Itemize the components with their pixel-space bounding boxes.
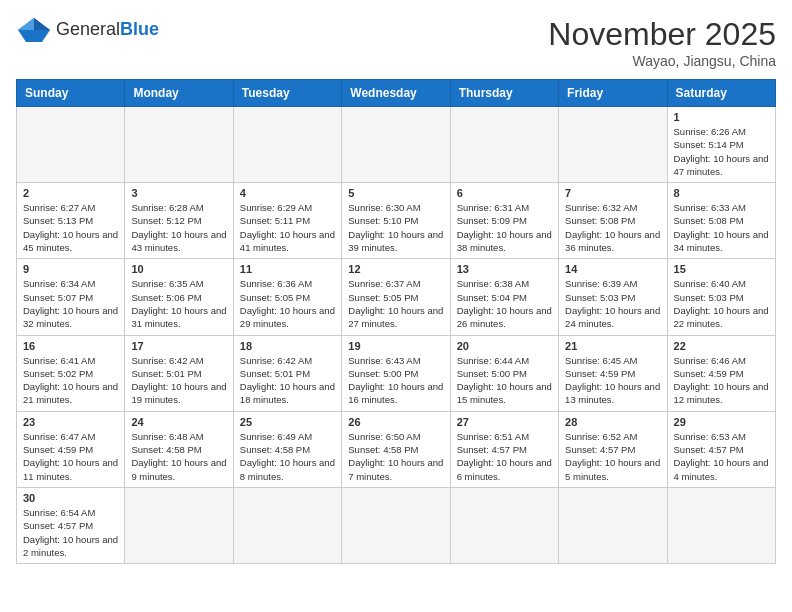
header-friday: Friday — [559, 80, 667, 107]
day-10: 10 Sunrise: 6:35 AMSunset: 5:06 PMDaylig… — [125, 259, 233, 335]
header-thursday: Thursday — [450, 80, 558, 107]
location: Wayao, Jiangsu, China — [548, 53, 776, 69]
header-saturday: Saturday — [667, 80, 775, 107]
day-number-1: 1 — [674, 111, 769, 123]
day-25: 25 Sunrise: 6:49 AMSunset: 4:58 PMDaylig… — [233, 411, 341, 487]
empty-cell — [233, 487, 341, 563]
header-tuesday: Tuesday — [233, 80, 341, 107]
day-2: 2 Sunrise: 6:27 AMSunset: 5:13 PMDayligh… — [17, 183, 125, 259]
month-title: November 2025 — [548, 16, 776, 53]
header-monday: Monday — [125, 80, 233, 107]
day-29: 29 Sunrise: 6:53 AMSunset: 4:57 PMDaylig… — [667, 411, 775, 487]
day-24: 24 Sunrise: 6:48 AMSunset: 4:58 PMDaylig… — [125, 411, 233, 487]
calendar: Sunday Monday Tuesday Wednesday Thursday… — [16, 79, 776, 564]
day-3: 3 Sunrise: 6:28 AMSunset: 5:12 PMDayligh… — [125, 183, 233, 259]
week-row-4: 16 Sunrise: 6:41 AMSunset: 5:02 PMDaylig… — [17, 335, 776, 411]
day-28: 28 Sunrise: 6:52 AMSunset: 4:57 PMDaylig… — [559, 411, 667, 487]
svg-marker-1 — [34, 18, 50, 30]
week-row-6: 30 Sunrise: 6:54 AMSunset: 4:57 PMDaylig… — [17, 487, 776, 563]
day-19: 19 Sunrise: 6:43 AMSunset: 5:00 PMDaylig… — [342, 335, 450, 411]
logo-icon — [16, 16, 52, 44]
empty-cell — [559, 487, 667, 563]
logo: GeneralBlue — [16, 16, 159, 44]
empty-cell — [667, 487, 775, 563]
empty-cell — [233, 107, 341, 183]
day-6: 6 Sunrise: 6:31 AMSunset: 5:09 PMDayligh… — [450, 183, 558, 259]
header-wednesday: Wednesday — [342, 80, 450, 107]
page-header: GeneralBlue November 2025 Wayao, Jiangsu… — [16, 16, 776, 69]
weekday-header-row: Sunday Monday Tuesday Wednesday Thursday… — [17, 80, 776, 107]
day-17: 17 Sunrise: 6:42 AMSunset: 5:01 PMDaylig… — [125, 335, 233, 411]
week-row-3: 9 Sunrise: 6:34 AMSunset: 5:07 PMDayligh… — [17, 259, 776, 335]
day-8: 8 Sunrise: 6:33 AMSunset: 5:08 PMDayligh… — [667, 183, 775, 259]
day-1: 1 Sunrise: 6:26 AM Sunset: 5:14 PM Dayli… — [667, 107, 775, 183]
empty-cell — [450, 107, 558, 183]
empty-cell — [125, 487, 233, 563]
day-16: 16 Sunrise: 6:41 AMSunset: 5:02 PMDaylig… — [17, 335, 125, 411]
day-15: 15 Sunrise: 6:40 AMSunset: 5:03 PMDaylig… — [667, 259, 775, 335]
day-13: 13 Sunrise: 6:38 AMSunset: 5:04 PMDaylig… — [450, 259, 558, 335]
day-4: 4 Sunrise: 6:29 AMSunset: 5:11 PMDayligh… — [233, 183, 341, 259]
day-9: 9 Sunrise: 6:34 AMSunset: 5:07 PMDayligh… — [17, 259, 125, 335]
day-23: 23 Sunrise: 6:47 AMSunset: 4:59 PMDaylig… — [17, 411, 125, 487]
week-row-1: 1 Sunrise: 6:26 AM Sunset: 5:14 PM Dayli… — [17, 107, 776, 183]
title-block: November 2025 Wayao, Jiangsu, China — [548, 16, 776, 69]
header-sunday: Sunday — [17, 80, 125, 107]
day-27: 27 Sunrise: 6:51 AMSunset: 4:57 PMDaylig… — [450, 411, 558, 487]
day-11: 11 Sunrise: 6:36 AMSunset: 5:05 PMDaylig… — [233, 259, 341, 335]
day-12: 12 Sunrise: 6:37 AMSunset: 5:05 PMDaylig… — [342, 259, 450, 335]
week-row-5: 23 Sunrise: 6:47 AMSunset: 4:59 PMDaylig… — [17, 411, 776, 487]
day-18: 18 Sunrise: 6:42 AMSunset: 5:01 PMDaylig… — [233, 335, 341, 411]
day-26: 26 Sunrise: 6:50 AMSunset: 4:58 PMDaylig… — [342, 411, 450, 487]
empty-cell — [125, 107, 233, 183]
day-7: 7 Sunrise: 6:32 AMSunset: 5:08 PMDayligh… — [559, 183, 667, 259]
day-info-1: Sunrise: 6:26 AM Sunset: 5:14 PM Dayligh… — [674, 125, 769, 178]
day-21: 21 Sunrise: 6:45 AMSunset: 4:59 PMDaylig… — [559, 335, 667, 411]
day-14: 14 Sunrise: 6:39 AMSunset: 5:03 PMDaylig… — [559, 259, 667, 335]
day-5: 5 Sunrise: 6:30 AMSunset: 5:10 PMDayligh… — [342, 183, 450, 259]
empty-cell — [450, 487, 558, 563]
empty-cell — [342, 107, 450, 183]
day-30: 30 Sunrise: 6:54 AMSunset: 4:57 PMDaylig… — [17, 487, 125, 563]
logo-text: GeneralBlue — [56, 20, 159, 40]
week-row-2: 2 Sunrise: 6:27 AMSunset: 5:13 PMDayligh… — [17, 183, 776, 259]
empty-cell — [559, 107, 667, 183]
day-22: 22 Sunrise: 6:46 AMSunset: 4:59 PMDaylig… — [667, 335, 775, 411]
empty-cell — [342, 487, 450, 563]
day-20: 20 Sunrise: 6:44 AMSunset: 5:00 PMDaylig… — [450, 335, 558, 411]
empty-cell — [17, 107, 125, 183]
